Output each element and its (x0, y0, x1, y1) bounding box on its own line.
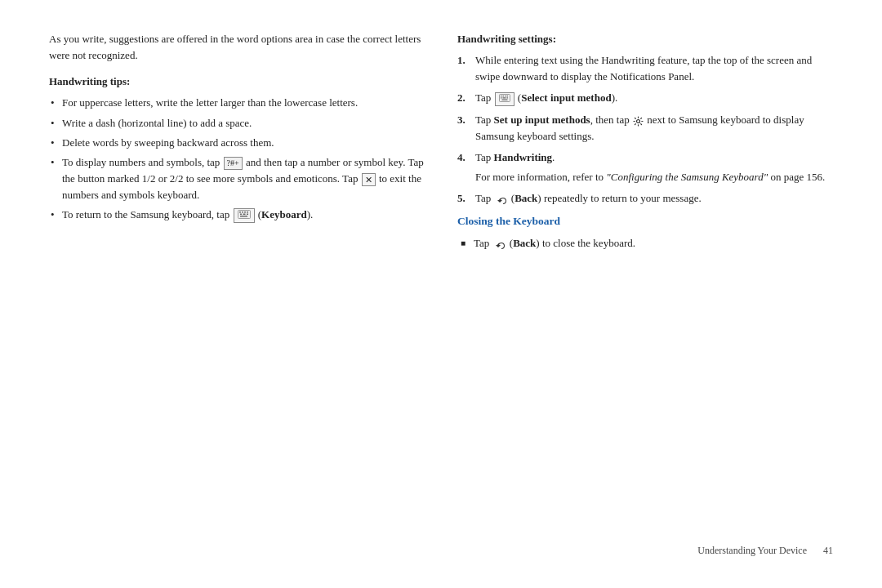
list-item: To display numbers and symbols, tap ?#+ … (49, 154, 425, 203)
x-key-icon: ✕ (362, 173, 376, 186)
gear-icon (633, 115, 644, 126)
back-label-2: Back (513, 237, 536, 249)
svg-rect-3 (244, 212, 246, 213)
svg-point-18 (636, 120, 639, 123)
step-number: 3. (457, 112, 472, 145)
svg-rect-1 (239, 212, 241, 213)
list-item: 2. Tap (457, 90, 833, 106)
page-number: 41 (823, 545, 833, 557)
list-item: 5. Tap (Back) repeatedly to return to yo… (457, 190, 833, 207)
svg-rect-16 (506, 97, 508, 98)
step-number: 4. (457, 149, 472, 185)
list-item: To return to the Samsung keyboard, tap (49, 207, 425, 223)
svg-rect-8 (240, 216, 247, 217)
left-column: As you write, suggestions are offered in… (49, 31, 425, 537)
list-item: ■ Tap (Back) to close the keyboard. (457, 235, 833, 252)
back-label: Back (514, 192, 537, 204)
back-arrow-icon (496, 194, 507, 204)
tips-list: For uppercase letters, write the letter … (49, 95, 425, 223)
keyboard-icon (234, 208, 255, 223)
step-content: Tap Set up input methods, then tap next … (475, 112, 833, 145)
keyboard-label: Keyboard (261, 208, 307, 220)
svg-rect-2 (242, 212, 243, 213)
square-bullet: ■ (461, 237, 470, 252)
page: As you write, suggestions are offered in… (0, 0, 882, 588)
step-number: 1. (457, 52, 472, 85)
list-item: Write a dash (horizontal line) to add a … (49, 115, 425, 131)
intro-text: As you write, suggestions are offered in… (49, 31, 425, 64)
step-content: Tap Handwriting. For more information, r… (475, 149, 833, 185)
num-sym-key-icon: ?#+ (224, 157, 243, 170)
footer-section: Understanding Your Device (697, 545, 807, 557)
step-number: 2. (457, 90, 472, 106)
step-content: Tap (Back) repeatedly to return to your … (475, 190, 833, 207)
right-column: Handwriting settings: 1. While entering … (457, 31, 833, 537)
step-content: While entering text using the Handwritin… (475, 52, 833, 85)
page-footer: Understanding Your Device 41 (49, 537, 833, 557)
svg-rect-17 (501, 99, 507, 100)
setup-input-methods-label: Set up input methods (494, 114, 590, 126)
list-item: 1. While entering text using the Handwri… (457, 52, 833, 85)
grid-icon (495, 92, 514, 106)
list-item: 4. Tap Handwriting. For more information… (457, 149, 833, 185)
svg-rect-6 (243, 214, 245, 216)
content-columns: As you write, suggestions are offered in… (49, 31, 833, 537)
step-number: 5. (457, 190, 472, 207)
step-content: Tap (475, 90, 833, 106)
svg-rect-7 (247, 214, 248, 216)
closing-list: ■ Tap (Back) to close the keyboard. (457, 235, 833, 252)
svg-rect-12 (505, 96, 506, 96)
svg-rect-13 (506, 96, 508, 96)
back-arrow-icon-2 (494, 239, 506, 249)
handwriting-tips-heading: Handwriting tips: (49, 74, 425, 90)
closing-text: Tap (Back) to close the keyboard. (474, 235, 635, 252)
list-item: Delete words by sweeping backward across… (49, 135, 425, 151)
handwriting-settings-heading: Handwriting settings: (457, 31, 833, 47)
svg-rect-14 (501, 97, 502, 98)
steps-list: 1. While entering text using the Handwri… (457, 52, 833, 207)
svg-rect-15 (502, 97, 506, 98)
closing-keyboard-heading: Closing the Keyboard (457, 213, 833, 230)
handwriting-label: Handwriting (494, 151, 553, 163)
config-ref: "Configuring the Samsung Keyboard" (606, 171, 768, 183)
list-item: For uppercase letters, write the letter … (49, 95, 425, 111)
svg-rect-11 (502, 96, 504, 96)
list-item: 3. Tap Set up input methods, then tap ne… (457, 112, 833, 145)
svg-rect-4 (247, 212, 248, 213)
select-input-method-label: Select input method (521, 91, 612, 104)
svg-rect-10 (501, 96, 502, 96)
svg-rect-5 (240, 214, 242, 216)
